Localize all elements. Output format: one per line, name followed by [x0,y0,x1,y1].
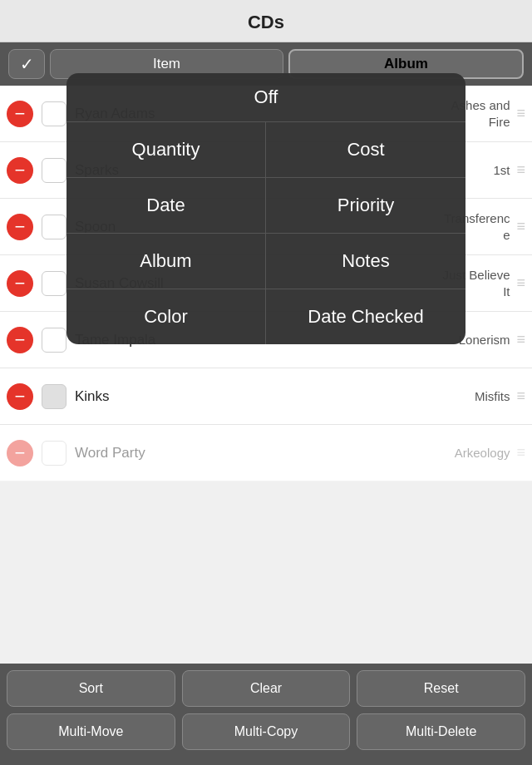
delete-button[interactable]: − [7,157,33,184]
delete-button[interactable]: − [7,101,33,127]
toolbar-row-2: Multi-Move Multi-Copy Multi-Delete [7,713,525,750]
reorder-icon: ≡ [516,387,525,405]
row-album: Arkeology [455,445,510,461]
reorder-icon: ≡ [516,444,525,461]
popup-color[interactable]: Color [66,289,266,344]
row-name: Kinks [75,388,410,405]
reset-button[interactable]: Reset [357,670,525,707]
toolbar-row-1: Sort Clear Reset [7,670,525,707]
row-checkbox[interactable] [42,384,66,409]
reorder-icon: ≡ [516,331,525,348]
row-checkbox[interactable] [42,101,66,126]
popup-cost[interactable]: Cost [266,122,466,178]
delete-button[interactable]: − [7,383,33,410]
multi-delete-button[interactable]: Multi-Delete [357,713,525,750]
delete-button[interactable]: − [7,440,33,466]
row-checkbox[interactable] [42,271,66,296]
multi-move-button[interactable]: Multi-Move [7,713,175,750]
popup-grid: Quantity Cost Date Priority Album Notes … [66,122,466,344]
off-option[interactable]: Off [66,73,466,122]
row-album: Misfits [475,388,510,405]
delete-button[interactable]: − [7,327,33,353]
bottom-toolbar: Sort Clear Reset Multi-Move Multi-Copy M… [0,664,532,765]
reorder-icon: ≡ [516,105,525,122]
row-checkbox[interactable] [42,215,66,239]
list-item: − Kinks Misfits ≡ [0,368,532,425]
popup-notes[interactable]: Notes [266,234,466,289]
delete-button[interactable]: − [7,214,33,240]
column-picker-popup: Off Quantity Cost Date Priority Album No… [66,73,466,344]
popup-priority[interactable]: Priority [266,178,466,234]
list-item: − Word Party Arkeology ≡ [0,425,532,481]
popup-date[interactable]: Date [66,178,266,234]
clear-button[interactable]: Clear [182,670,351,707]
sort-button[interactable]: Sort [7,670,175,707]
reorder-icon: ≡ [516,218,525,235]
popup-album[interactable]: Album [66,234,266,289]
page-title: CDs [248,12,284,32]
popup-quantity[interactable]: Quantity [66,122,266,178]
multi-copy-button[interactable]: Multi-Copy [182,713,351,750]
row-checkbox[interactable] [42,441,66,466]
row-name: Word Party [75,445,410,461]
row-album: 1st [493,162,510,179]
page-header: CDs [0,0,532,42]
popup-date-checked[interactable]: Date Checked [266,289,466,344]
reorder-icon: ≡ [516,274,525,292]
delete-button[interactable]: − [7,270,33,297]
row-album: Lonerism [459,332,510,348]
reorder-icon: ≡ [516,161,525,179]
row-checkbox[interactable] [42,328,66,353]
row-checkbox[interactable] [42,158,66,183]
check-button[interactable]: ✓ [8,49,45,79]
